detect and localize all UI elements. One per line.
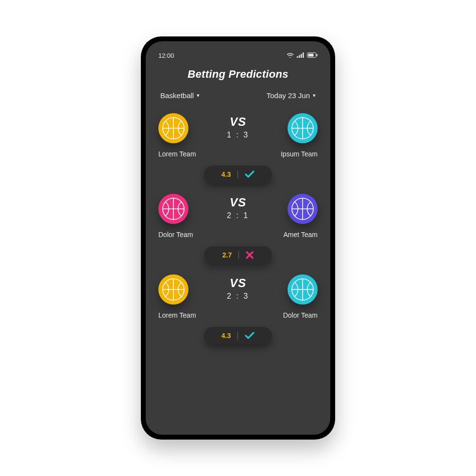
svg-rect-6 — [317, 54, 318, 56]
separator — [238, 170, 238, 178]
date-filter-label: Today 23 Jun — [267, 91, 310, 100]
cross-icon — [246, 251, 254, 259]
odds-value: 4.3 — [221, 332, 231, 340]
match-card[interactable]: Lorem Team VS 1 : 3 Ipsum Team 4.3 — [158, 113, 318, 183]
odds-value: 2.7 — [222, 251, 232, 259]
signal-icon — [297, 52, 304, 59]
match-row: Lorem Team VS 1 : 3 Ipsum Team — [158, 113, 318, 158]
odds-value: 4.3 — [221, 170, 231, 178]
basketball-icon — [158, 274, 188, 305]
match-center: VS 2 : 3 — [227, 274, 249, 301]
team-b: Amet Team — [264, 194, 318, 238]
svg-rect-3 — [303, 52, 304, 58]
team-a: Dolor Team — [158, 194, 212, 238]
date-filter[interactable]: Today 23 Jun ▾ — [267, 91, 316, 100]
filters-row: Basketball ▾ Today 23 Jun ▾ — [158, 91, 318, 100]
basketball-icon — [288, 194, 318, 224]
svg-rect-1 — [299, 55, 300, 58]
check-icon — [245, 332, 255, 340]
team-b: Ipsum Team — [264, 113, 318, 158]
match-row: Dolor Team VS 2 : 1 Amet Team — [158, 194, 318, 238]
vs-label: VS — [230, 276, 246, 290]
team-b-name: Dolor Team — [283, 311, 318, 319]
basketball-icon — [288, 113, 318, 143]
check-icon — [245, 170, 255, 178]
odds-pill[interactable]: 4.3 — [204, 166, 272, 183]
svg-rect-2 — [301, 54, 302, 58]
match-row: Lorem Team VS 2 : 3 Dolor Team — [158, 274, 318, 319]
team-b: Dolor Team — [264, 274, 318, 319]
page-title: Betting Predictions — [158, 68, 318, 81]
phone-frame: 12:00 Betting Predictions Basketball ▾ — [141, 36, 335, 440]
match-list: Lorem Team VS 1 : 3 Ipsum Team 4.3 — [158, 113, 318, 344]
match-score: 2 : 1 — [227, 211, 249, 220]
status-bar: 12:00 — [158, 52, 318, 59]
status-time: 12:00 — [158, 52, 174, 59]
vs-label: VS — [230, 115, 246, 129]
screen: 12:00 Betting Predictions Basketball ▾ — [146, 41, 330, 435]
team-b-name: Ipsum Team — [281, 150, 318, 158]
svg-rect-0 — [297, 56, 298, 58]
chevron-down-icon: ▾ — [313, 92, 316, 99]
team-a-name: Lorem Team — [158, 311, 196, 319]
team-a-name: Lorem Team — [158, 150, 196, 158]
team-b-name: Amet Team — [283, 231, 318, 238]
team-a: Lorem Team — [158, 113, 212, 158]
basketball-icon — [158, 194, 188, 224]
vs-label: VS — [230, 196, 246, 209]
basketball-icon — [158, 113, 188, 143]
sport-filter[interactable]: Basketball ▾ — [160, 91, 200, 100]
odds-pill[interactable]: 4.3 — [204, 327, 272, 344]
team-a: Lorem Team — [158, 274, 212, 319]
match-center: VS 1 : 3 — [227, 113, 249, 139]
match-score: 1 : 3 — [227, 131, 249, 139]
svg-rect-5 — [308, 54, 314, 57]
status-icons — [287, 52, 318, 59]
chevron-down-icon: ▾ — [197, 92, 200, 99]
odds-pill[interactable]: 2.7 — [204, 246, 272, 264]
separator — [238, 251, 239, 259]
basketball-icon — [288, 274, 318, 305]
match-score: 2 : 3 — [227, 292, 249, 301]
match-center: VS 2 : 1 — [227, 194, 249, 220]
separator — [238, 332, 238, 340]
battery-icon — [307, 52, 318, 59]
match-card[interactable]: Dolor Team VS 2 : 1 Amet Team 2.7 — [158, 194, 318, 264]
wifi-icon — [287, 52, 294, 59]
sport-filter-label: Basketball — [160, 91, 194, 100]
team-a-name: Dolor Team — [158, 231, 193, 238]
match-card[interactable]: Lorem Team VS 2 : 3 Dolor Team 4.3 — [158, 274, 318, 344]
